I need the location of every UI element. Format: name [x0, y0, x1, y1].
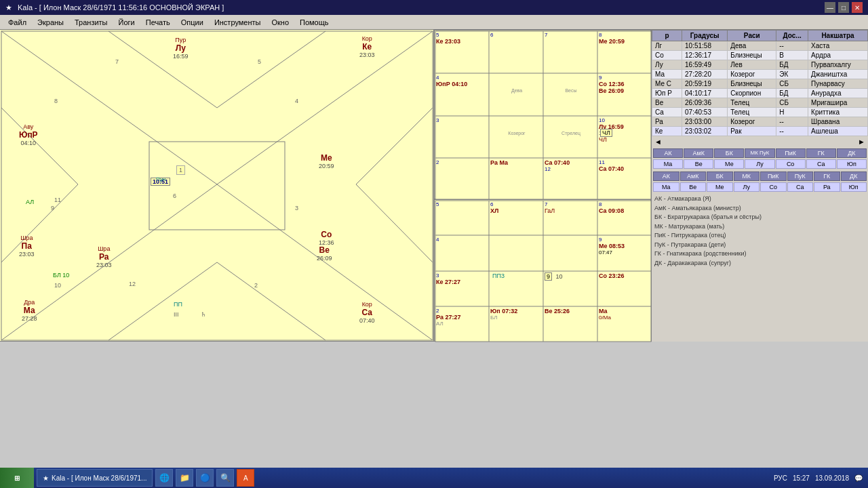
si-b-cell-13: 9 Ме 08:53 07:47: [599, 237, 652, 271]
taskbar-app2[interactable]: A: [237, 469, 254, 487]
house-num-10: 10: [54, 282, 61, 289]
si-cell-12: Весы: [545, 75, 597, 116]
taskbar: ⊞ ★ Kala - [ Илон Маск 28/6/1971... 🌐 📁 …: [0, 468, 868, 488]
dk-planet2: Юп: [841, 182, 867, 192]
menu-file[interactable]: Файл: [3, 17, 32, 28]
pik-planet2: Со: [760, 182, 787, 192]
col-rasi: Раси: [728, 30, 776, 41]
gk-header2: ГК: [814, 171, 840, 181]
titlebar-title: ★ Kala - [ Илон Маск 28/6/1971 11:56:16 …: [5, 3, 224, 12]
mk-puk-header1: МК ПуК: [745, 148, 774, 158]
menu-options[interactable]: Опции: [176, 17, 209, 28]
si-b-cell-03: 8 Са 09:08: [599, 201, 652, 235]
si-b-pp-label: ПП3: [492, 272, 505, 279]
table-row: Ра23:03:00Козерог--Шравана: [652, 117, 868, 127]
si-cell-23: 10 Лу 16:59 10:51 ЧЛ: [599, 117, 652, 159]
taskbar-lang: РУС: [774, 474, 787, 482]
menu-instruments[interactable]: Инструменты: [209, 17, 267, 28]
si-cell-32: Са 07:40 12: [545, 159, 597, 199]
kundali-svg: [0, 30, 434, 342]
north-indian-chart-main: 1 Пур Лу 16:59 Кор Ке 23:03 Ме 20:59 Со …: [0, 30, 434, 342]
ak-planet1: Ма: [653, 159, 683, 169]
table-row: Со12:36:17БлизнецыВАрдра: [652, 51, 868, 60]
scroll-left-icon[interactable]: ◄: [654, 138, 662, 146]
si-b-cell-02: 7 ГаЛ: [545, 201, 597, 235]
si-cell-20: 3: [436, 117, 489, 159]
table-row: Ке23:03:02Рак--Ашлеша: [652, 127, 868, 136]
taskbar-search[interactable]: 🔍: [216, 469, 234, 487]
windows-icon: ⊞: [14, 474, 20, 482]
table-row: Ве26:09:36ТелецСБМригашира: [652, 98, 868, 108]
titlebar-text: Kala - [ Илон Маск 28/6/1971 11:56:16 ОС…: [18, 3, 224, 12]
pp3-val: ♄: [201, 311, 206, 318]
table-row: Лу16:59:49ЛевБДПурвапхалгу: [652, 60, 868, 70]
si-b-cell-23: Со 23:26: [599, 272, 652, 306]
gk-planet2: Ра: [814, 182, 840, 192]
scroll-right-icon[interactable]: ►: [858, 138, 865, 146]
menu-window[interactable]: Окно: [266, 17, 294, 28]
maximize-button[interactable]: □: [838, 2, 849, 13]
start-button[interactable]: ⊞: [0, 468, 34, 488]
south-indian-chart-bottom: 5 6 ХЛ 7 ГаЛ 8 Са 09:08 4 9 Ме 08:53 07:…: [434, 199, 651, 342]
si-cell-22: Стрелец: [545, 117, 597, 159]
planet-so-main: Со 12:36: [319, 230, 334, 246]
karakas-row1-headers: АК АмК БК МК ПуК ПиК ГК ДК: [653, 148, 867, 158]
legend-gk: ГК - Гнатикарака (родственники): [654, 249, 865, 259]
table-row: Лг10:51:58Дева--Хаста: [652, 41, 868, 51]
menu-yoga[interactable]: Йоги: [113, 17, 140, 28]
app2-icon: A: [243, 474, 248, 482]
col-planet: р: [652, 30, 682, 41]
minimize-button[interactable]: —: [825, 2, 835, 13]
table-scroll-controls[interactable]: ◄ ►: [652, 136, 868, 147]
amk-header2: АмК: [680, 171, 707, 181]
house-num-12: 12: [129, 281, 136, 287]
planet-ke-main: Кор Ке 23:03: [359, 35, 375, 58]
menu-screens[interactable]: Экраны: [32, 17, 69, 28]
bk-header1: БК: [714, 148, 744, 158]
kala-label: Kala - [ Илон Маск 28/6/1971...: [52, 474, 146, 482]
house-num-1: 1: [176, 165, 185, 175]
planet-ra-main: Шра Ра 23:03: [96, 245, 112, 268]
si-b-cell-33: Ма 0/Ма: [599, 308, 652, 342]
si-cell-10: 4 ЮпР 04:10: [436, 75, 489, 116]
dk-header1: ДК: [837, 148, 867, 158]
taskbar-kala[interactable]: ★ Kala - [ Илон Маск 28/6/1971...: [37, 469, 153, 487]
close-button[interactable]: ✕: [852, 2, 863, 13]
si-b-cell-30: 2 Ра 27:27 АЛ: [436, 308, 489, 342]
si-cell-01: 6: [490, 32, 543, 73]
gk-header1: ГК: [806, 148, 836, 158]
house-num-3: 3: [295, 205, 298, 211]
ak-header1: АК: [653, 148, 683, 158]
planet-lu-main: Пур Лу 16:59: [173, 37, 189, 60]
taskbar-browser[interactable]: 🔵: [196, 469, 214, 487]
house-num-4: 4: [295, 98, 298, 104]
si-cell-21: Козерог: [490, 117, 543, 159]
gk-planet1: Са: [806, 159, 836, 169]
karaka-legend: АК - Атмакарака (Я) АмК - Аматьякарака (…: [654, 195, 865, 268]
menu-print[interactable]: Печать: [140, 17, 176, 28]
si-cell-00: 5 Ке 23:03: [436, 32, 489, 73]
karakas-row1-planets: Ма Ве Ме Лу Со Са Юп: [653, 159, 867, 169]
si-cell-03: 8 Ме 20:59: [599, 32, 652, 73]
karakas-row2-headers: АК АмК БК МК ПиК ПуК ГК ДК: [653, 171, 867, 181]
col-degrees: Градусы: [682, 30, 728, 41]
app-icon: ★: [5, 3, 12, 12]
south-indian-chart-top: 5 Ке 23:03 6 7 8 Ме 20:59 4 ЮпР 04:10: [434, 30, 651, 199]
right-panel[interactable]: р Градусы Раси Дос... Накшатра Лг10:51:5…: [651, 30, 868, 342]
pik-planet1: Со: [776, 159, 806, 169]
karakas-row2-planets: Ма Ве Ме Лу Со Са Ра Юп: [653, 182, 867, 192]
taskbar-time: 15:27: [793, 474, 810, 482]
pp-label: Пун: [156, 176, 165, 182]
table-row: Юп Р04:10:17СкорпионБДАнурадха: [652, 89, 868, 98]
explorer-icon: 🌐: [159, 473, 170, 483]
taskbar-explorer[interactable]: 🌐: [155, 469, 173, 487]
menu-help[interactable]: Помощь: [294, 17, 334, 28]
house-num-5: 5: [258, 58, 261, 65]
legend-amk: АмК - Аматьякарака (министр): [654, 204, 865, 214]
si-cell-33: 11 Ca 07:40: [599, 159, 652, 199]
legend-dk: ДК - Даракакарака (супруг): [654, 259, 865, 268]
menu-transits[interactable]: Транзиты: [69, 17, 113, 28]
taskbar-folder[interactable]: 📁: [176, 469, 193, 487]
titlebar-controls[interactable]: — □ ✕: [825, 2, 863, 13]
si-b-cell-32: Ве 25:26: [545, 308, 597, 342]
